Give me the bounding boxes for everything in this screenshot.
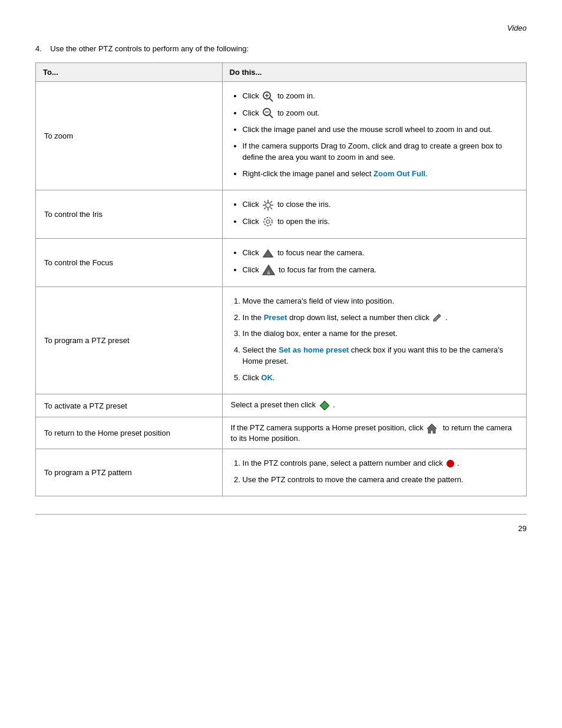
focus-near-icon (262, 248, 274, 259)
col2-header: Do this... (222, 63, 526, 82)
row-home-preset-content: If the PTZ camera supports a Home preset… (222, 417, 526, 449)
list-item: In the dialog box, enter a name for the … (243, 328, 518, 340)
zoom-out-full-link[interactable]: Zoom Out Full (373, 169, 425, 178)
list-item: If the camera supports Drag to Zoom, cli… (243, 140, 518, 163)
row-iris-label: To control the Iris (36, 190, 223, 239)
pencil-icon (432, 313, 442, 322)
svg-line-12 (265, 201, 266, 203)
table-row: To program a PTZ preset Move the camera'… (36, 287, 527, 394)
home-icon (427, 423, 437, 434)
row-program-pattern-label: To program a PTZ pattern (36, 449, 223, 496)
ptz-controls-table: To... Do this... To zoom Click (35, 62, 527, 496)
step-number: 4. (35, 44, 42, 53)
row-focus-content: Click to focus near the camera. Click (222, 239, 526, 287)
svg-marker-18 (263, 250, 273, 257)
row-program-preset-content: Move the camera's field of view into pos… (222, 287, 526, 394)
svg-point-17 (266, 220, 270, 223)
row-to-zoom-label: To zoom (36, 82, 223, 190)
col1-header: To... (36, 63, 223, 82)
list-item: Click OK. (243, 372, 518, 384)
svg-line-3 (270, 98, 273, 101)
list-item: Click to zoom in. (243, 90, 518, 103)
page-footer: 29 (35, 524, 527, 533)
svg-line-6 (270, 115, 273, 118)
row-activate-preset-content: Select a preset then click . (222, 394, 526, 417)
intro-paragraph: 4. Use the other PTZ controls to perform… (35, 44, 527, 53)
record-red-icon (447, 460, 454, 467)
list-item: Click to focus far from the camera. (243, 264, 518, 276)
svg-point-7 (266, 203, 270, 207)
list-item: Right-click the image panel and select Z… (243, 168, 518, 180)
table-row: To program a PTZ pattern In the PTZ cont… (36, 449, 527, 496)
svg-point-16 (264, 218, 272, 226)
row-program-preset-label: To program a PTZ preset (36, 287, 223, 394)
table-row: To control the Focus Click to focus near… (36, 239, 527, 287)
list-item: Click to zoom out. (243, 107, 518, 120)
svg-marker-24 (427, 424, 437, 433)
set-home-preset-link[interactable]: Set as home preset (279, 345, 349, 354)
svg-line-14 (270, 201, 272, 203)
table-row: To return to the Home preset position If… (36, 417, 527, 449)
list-item: In the PTZ controls pane, select a patte… (243, 457, 518, 469)
iris-close-icon (262, 199, 274, 211)
page-wrapper: Video 4. Use the other PTZ controls to p… (0, 0, 562, 556)
table-row: To control the Iris Click (36, 190, 527, 239)
list-item: Move the camera's field of view into pos… (243, 295, 518, 307)
table-row: To zoom Click to zoom in. (36, 82, 527, 190)
list-item: Use the PTZ controls to move the camera … (243, 474, 518, 486)
table-row: To activate a PTZ preset Select a preset… (36, 394, 527, 417)
list-item: In the Preset drop down list, select a n… (243, 312, 518, 324)
footer-divider (35, 514, 527, 519)
row-iris-content: Click (222, 190, 526, 239)
svg-line-15 (265, 207, 266, 209)
intro-text: Use the other PTZ controls to perform an… (50, 44, 249, 53)
row-home-preset-label: To return to the Home preset position (36, 417, 223, 449)
row-program-pattern-content: In the PTZ controls pane, select a patte… (222, 449, 526, 496)
svg-line-13 (270, 207, 272, 209)
zoom-in-icon (262, 91, 274, 103)
preset-link[interactable]: Preset (264, 313, 287, 322)
page-number: 29 (518, 524, 527, 533)
focus-far-icon (262, 264, 275, 276)
activate-preset-icon (319, 400, 330, 411)
list-item: Click the image panel and use the mouse … (243, 124, 518, 136)
row-to-zoom-content: Click to zoom in. Click (222, 82, 526, 190)
row-focus-label: To control the Focus (36, 239, 223, 287)
list-item: Select the Set as home preset check box … (243, 344, 518, 367)
list-item: Click to open the iris. (243, 216, 518, 228)
row-activate-preset-label: To activate a PTZ preset (36, 394, 223, 417)
list-item: Click (243, 199, 518, 211)
zoom-out-icon (262, 107, 274, 119)
ok-link[interactable]: OK (261, 373, 273, 382)
iris-open-icon (262, 216, 274, 228)
page-header-title: Video (35, 24, 527, 32)
list-item: Click to focus near the camera. (243, 247, 518, 259)
